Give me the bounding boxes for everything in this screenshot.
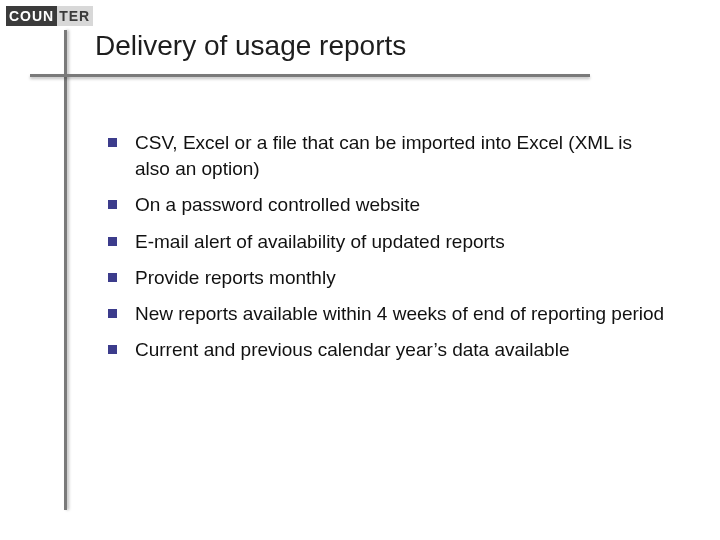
vertical-rule	[64, 30, 67, 510]
logo-part-1: COUN	[6, 6, 57, 26]
list-item: Provide reports monthly	[108, 265, 668, 291]
horizontal-rule	[30, 74, 590, 77]
list-item: New reports available within 4 weeks of …	[108, 301, 668, 327]
bullet-text: Provide reports monthly	[135, 265, 668, 291]
square-bullet-icon	[108, 309, 117, 318]
bullet-text: Current and previous calendar year’s dat…	[135, 337, 668, 363]
slide-title: Delivery of usage reports	[95, 30, 406, 62]
slide: COUN TER Delivery of usage reports CSV, …	[0, 0, 720, 540]
square-bullet-icon	[108, 237, 117, 246]
counter-logo: COUN TER	[6, 6, 98, 26]
square-bullet-icon	[108, 345, 117, 354]
square-bullet-icon	[108, 273, 117, 282]
bullet-list: CSV, Excel or a file that can be importe…	[108, 130, 668, 374]
list-item: On a password controlled website	[108, 192, 668, 218]
bullet-text: New reports available within 4 weeks of …	[135, 301, 668, 327]
list-item: Current and previous calendar year’s dat…	[108, 337, 668, 363]
bullet-text: On a password controlled website	[135, 192, 668, 218]
bullet-text: CSV, Excel or a file that can be importe…	[135, 130, 668, 182]
square-bullet-icon	[108, 200, 117, 209]
list-item: E-mail alert of availability of updated …	[108, 229, 668, 255]
square-bullet-icon	[108, 138, 117, 147]
list-item: CSV, Excel or a file that can be importe…	[108, 130, 668, 182]
bullet-text: E-mail alert of availability of updated …	[135, 229, 668, 255]
logo-part-2: TER	[57, 6, 93, 26]
